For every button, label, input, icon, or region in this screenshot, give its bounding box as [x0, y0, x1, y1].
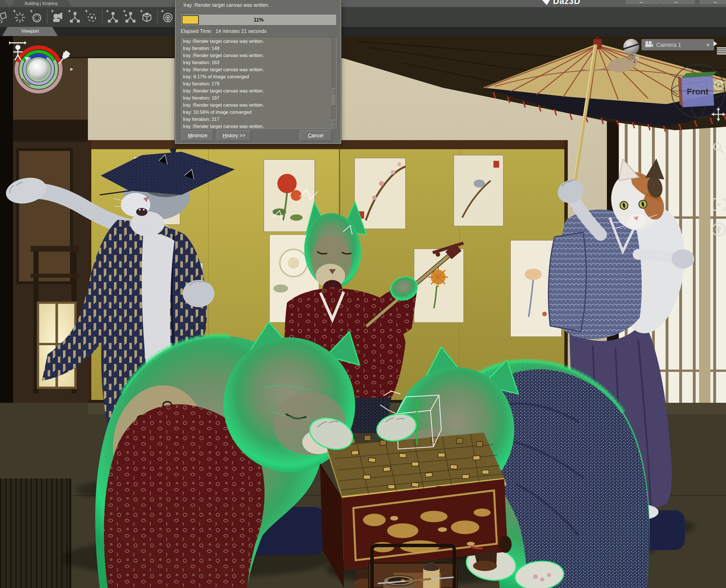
pushpin-icon[interactable] — [56, 50, 74, 72]
new-spotlight-icon[interactable] — [0, 8, 11, 25]
daz-logo: Daz3D — [553, 0, 580, 6]
zoom-icon[interactable] — [711, 140, 726, 157]
log-line: Iray :Render target canvas was written. — [183, 102, 330, 109]
cancel-button[interactable]: Cancel — [300, 130, 332, 141]
log-line: Iray :Render target canvas was written. — [183, 52, 330, 59]
chevron-down-icon: ▼ — [706, 43, 710, 47]
log-line: Iray Iteration: 179 — [183, 80, 330, 87]
toolbar-separator — [157, 10, 158, 24]
log-line: Iray :Render target canvas was written. — [183, 66, 330, 73]
camera-ball-widget[interactable] — [623, 39, 639, 55]
dropdown-caret-icon[interactable] — [634, 57, 640, 60]
new-cube-primitive-icon[interactable] — [139, 8, 155, 25]
toolbar-separator — [47, 10, 48, 24]
scroll-down-button[interactable]: ▼ — [332, 124, 336, 128]
daz-studio-window: Camera 1 ▼ Front — [0, 0, 726, 588]
tab-building-scripting[interactable]: Building | Scripting — [10, 0, 72, 7]
minimize-button[interactable]: Minimize — [182, 130, 214, 141]
render-progress-dialog: Iray :Render target canvas was written. … — [175, 0, 341, 144]
new-sphere-primitive-icon[interactable] — [160, 8, 176, 25]
log-line: Iray Iteration: 217 — [183, 116, 330, 123]
viewport-canvas[interactable] — [0, 36, 726, 588]
tab-viewport[interactable]: Viewport — [2, 27, 58, 36]
camera-icon — [644, 41, 654, 49]
new-camera-icon[interactable] — [50, 8, 66, 25]
scrollbar-thumb[interactable] — [332, 88, 336, 106]
log-scrollbar[interactable]: ▲ ▼ — [332, 38, 336, 128]
pane-expand-icon[interactable] — [713, 41, 717, 46]
titlebar-button-3[interactable] — [700, 0, 726, 4]
new-node-icon[interactable] — [105, 8, 121, 25]
new-center-point-icon[interactable] — [84, 8, 100, 25]
history-button[interactable]: History >> — [217, 130, 251, 141]
camera-selector[interactable]: Camera 1 ▼ — [641, 39, 714, 50]
orbit-icon[interactable] — [711, 76, 726, 93]
log-line: Iray: 9.17% of image converged — [183, 73, 330, 80]
progress-percent-label: 11% — [181, 15, 336, 25]
log-line: Iray: 10.56% of image converged — [183, 109, 330, 116]
titlebar-button-2[interactable] — [661, 0, 695, 4]
log-line: Iray :Render target canvas was written. — [183, 123, 330, 129]
daz-logo-icon — [540, 0, 552, 5]
toolbar-separator — [102, 10, 103, 24]
viewport-3d[interactable]: Camera 1 ▼ Front — [0, 36, 726, 588]
figure-selector-icon[interactable] — [7, 39, 34, 63]
create-toolbar — [0, 7, 726, 27]
titlebar-button-1[interactable] — [626, 0, 660, 4]
log-line: Iray Iteration: 197 — [183, 94, 330, 102]
frame-icon[interactable] — [711, 196, 726, 213]
log-line: Iray :Render target canvas was written. — [183, 87, 330, 94]
elapsed-time-row: Elapsed Time:14 minutes 21 seconds — [180, 28, 266, 34]
new-node-instance-icon[interactable] — [122, 8, 138, 25]
render-log[interactable]: Iray :Render target canvas was written.I… — [179, 37, 337, 129]
render-log-lines: Iray :Render target canvas was written.I… — [183, 38, 330, 129]
render-progress-bar: 11% — [180, 14, 337, 25]
home-icon[interactable] — [711, 221, 726, 238]
new-point-light-icon[interactable] — [12, 8, 28, 25]
new-distant-light-icon[interactable] — [29, 8, 45, 25]
log-line: Iray Iteration: 148 — [183, 45, 330, 52]
view-cube-front-label: Front — [687, 87, 709, 96]
adjacent-tab-stub[interactable] — [0, 0, 9, 7]
render-status-text: Iray :Render target canvas was written. — [184, 2, 270, 8]
log-line: Iray Iteration: 163 — [183, 59, 330, 66]
pane-menu-icon[interactable] — [717, 47, 726, 55]
camera-selector-label: Camera 1 — [656, 42, 681, 48]
scroll-up-button[interactable]: ▲ — [332, 120, 336, 124]
log-line: Iray :Render target canvas was written. — [183, 38, 330, 45]
elapsed-time-label: Elapsed Time: — [180, 28, 212, 34]
top-menu-bar: Building | Scripting Daz3D — [0, 0, 726, 7]
pan-icon[interactable] — [711, 106, 726, 123]
new-null-node-icon[interactable] — [67, 8, 83, 25]
pane-tab-row: Viewport — [0, 27, 726, 36]
elapsed-time-value: 14 minutes 21 seconds — [215, 28, 266, 34]
